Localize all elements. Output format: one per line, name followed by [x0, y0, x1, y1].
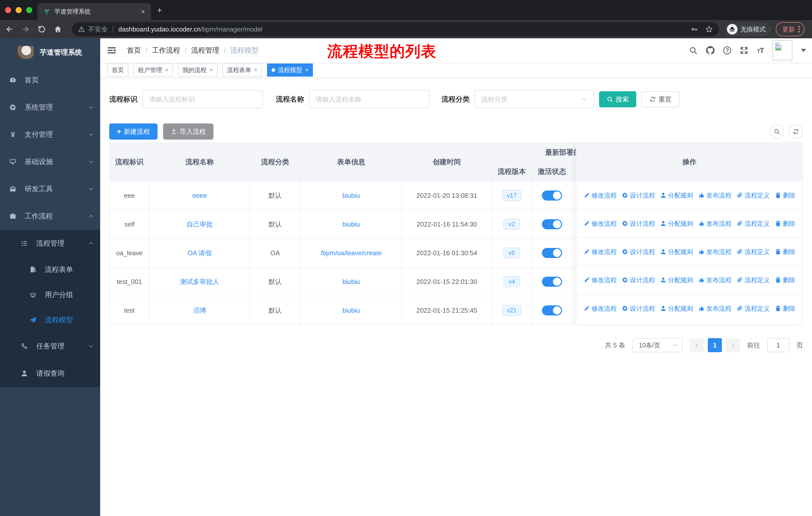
- browser-tab[interactable]: 芋道管理系统 ×: [37, 3, 151, 20]
- action-publish-thumb[interactable]: 发布流程: [698, 304, 731, 313]
- collapse-sidebar-icon[interactable]: [107, 46, 116, 54]
- user-avatar[interactable]: [772, 40, 792, 60]
- close-icon[interactable]: ×: [165, 67, 168, 73]
- active-toggle[interactable]: [542, 219, 562, 229]
- action-definition-paperclip[interactable]: 流程定义: [736, 219, 770, 228]
- close-icon[interactable]: ×: [254, 67, 258, 73]
- sidebar-item-home[interactable]: 首页: [0, 66, 100, 94]
- create-process-button[interactable]: + 新建流程: [109, 124, 157, 140]
- url-text[interactable]: dashboard.yudao.iocoder.cn/bpm/manager/m…: [118, 25, 684, 33]
- action-assign-user[interactable]: 分配规则: [660, 191, 693, 199]
- process-name-link[interactable]: OA 请假: [187, 249, 211, 257]
- action-edit[interactable]: 修改流程: [583, 248, 617, 256]
- action-assign-user[interactable]: 分配规则: [660, 248, 693, 256]
- action-publish-thumb[interactable]: 发布流程: [698, 276, 731, 284]
- process-name-input[interactable]: [309, 90, 429, 108]
- action-design-gear[interactable]: 设计流程: [622, 219, 655, 228]
- active-toggle[interactable]: [542, 305, 562, 316]
- next-page-button[interactable]: ›: [726, 338, 740, 352]
- process-name-link[interactable]: eeee: [192, 192, 207, 199]
- sidebar-item-system[interactable]: 系统管理: [0, 94, 100, 121]
- process-name-link[interactable]: 测试多审批人: [180, 277, 219, 286]
- goto-page-input[interactable]: [767, 338, 789, 352]
- home-icon[interactable]: [53, 25, 62, 34]
- action-publish-thumb[interactable]: 发布流程: [698, 248, 731, 256]
- active-toggle[interactable]: [542, 277, 562, 287]
- reset-button[interactable]: 重置: [641, 91, 679, 107]
- form-info-link[interactable]: biubiu: [342, 192, 360, 199]
- action-edit[interactable]: 修改流程: [583, 219, 617, 228]
- action-edit[interactable]: 修改流程: [583, 276, 617, 284]
- sidebar-item-user-group[interactable]: 用户分组: [0, 282, 100, 307]
- sidebar-item-process-form[interactable]: 流程表单: [0, 257, 100, 282]
- not-secure-warning-icon[interactable]: [78, 26, 85, 33]
- breadcrumb-process-management[interactable]: 流程管理: [191, 46, 220, 55]
- refresh-table-button[interactable]: [789, 125, 803, 139]
- tag-tenant[interactable]: 租户管理×: [134, 63, 173, 77]
- bookmark-star-icon[interactable]: [705, 25, 713, 33]
- action-assign-user[interactable]: 分配规则: [660, 304, 693, 313]
- action-assign-user[interactable]: 分配规则: [660, 219, 693, 228]
- tag-process-form[interactable]: 流程表单×: [223, 63, 262, 77]
- close-icon[interactable]: ×: [210, 67, 213, 73]
- import-process-button[interactable]: 导入流程: [163, 124, 213, 140]
- action-publish-thumb[interactable]: 发布流程: [698, 191, 731, 199]
- sidebar-item-task-management[interactable]: 任务管理: [0, 332, 100, 360]
- sidebar-item-infrastructure[interactable]: 基础设施: [0, 148, 100, 175]
- action-delete-trash[interactable]: 删除: [775, 248, 795, 256]
- close-icon[interactable]: ×: [305, 67, 309, 73]
- process-category-select[interactable]: 流程分类: [475, 90, 594, 108]
- action-delete-trash[interactable]: 删除: [775, 191, 795, 199]
- prev-page-button[interactable]: ‹: [690, 338, 704, 352]
- reload-icon[interactable]: [37, 25, 46, 34]
- action-delete-trash[interactable]: 删除: [775, 304, 795, 313]
- action-definition-paperclip[interactable]: 流程定义: [736, 276, 770, 284]
- breadcrumb-workflow[interactable]: 工作流程: [152, 46, 180, 55]
- action-assign-user[interactable]: 分配规则: [660, 276, 693, 284]
- page-1-button[interactable]: 1: [708, 338, 722, 352]
- action-definition-paperclip[interactable]: 流程定义: [736, 248, 770, 256]
- action-design-gear[interactable]: 设计流程: [622, 191, 655, 199]
- browser-menu-icon[interactable]: [799, 26, 800, 32]
- action-publish-thumb[interactable]: 发布流程: [698, 219, 731, 228]
- sidebar-item-dev-tools[interactable]: 研发工具: [0, 175, 100, 202]
- action-design-gear[interactable]: 设计流程: [622, 276, 655, 284]
- form-info-link[interactable]: /bpm/oa/leave/create: [321, 249, 382, 257]
- fullscreen-icon[interactable]: [740, 46, 748, 55]
- minimize-window-button[interactable]: [16, 7, 22, 13]
- sidebar-item-workflow[interactable]: 工作流程: [0, 202, 100, 230]
- form-info-link[interactable]: biubiu: [342, 278, 360, 286]
- process-name-link[interactable]: 自己审批: [186, 220, 213, 229]
- action-edit[interactable]: 修改流程: [583, 304, 617, 313]
- tag-home[interactable]: 首页: [107, 63, 128, 77]
- new-tab-button[interactable]: +: [157, 5, 162, 15]
- active-toggle[interactable]: [542, 248, 562, 258]
- key-icon[interactable]: [691, 25, 698, 33]
- search-icon[interactable]: [689, 46, 697, 55]
- action-definition-paperclip[interactable]: 流程定义: [736, 191, 770, 199]
- breadcrumb-home[interactable]: 首页: [127, 46, 141, 55]
- form-info-link[interactable]: biubiu: [342, 220, 360, 228]
- process-id-input[interactable]: [142, 90, 263, 108]
- tag-my-process[interactable]: 我的流程×: [178, 63, 218, 77]
- action-delete-trash[interactable]: 删除: [775, 219, 795, 228]
- zoom-window-button[interactable]: [26, 7, 32, 13]
- avatar-caret-icon[interactable]: [801, 49, 806, 52]
- sidebar-item-leave-query[interactable]: 请假查询: [0, 360, 100, 387]
- sidebar-item-payment[interactable]: ¥ 支付管理: [0, 121, 100, 148]
- forward-icon[interactable]: [21, 25, 30, 34]
- action-definition-paperclip[interactable]: 流程定义: [736, 304, 770, 313]
- action-design-gear[interactable]: 设计流程: [622, 248, 655, 256]
- sidebar-item-process-management[interactable]: 流程管理: [0, 230, 100, 257]
- sidebar-item-process-model[interactable]: 流程模型: [0, 307, 100, 332]
- search-button[interactable]: 搜索: [599, 91, 636, 107]
- incognito-badge[interactable]: 无痕模式: [725, 22, 771, 36]
- active-toggle[interactable]: [542, 190, 562, 200]
- action-design-gear[interactable]: 设计流程: [622, 304, 655, 313]
- show-search-button[interactable]: [770, 125, 784, 139]
- back-icon[interactable]: [5, 25, 14, 34]
- process-name-link[interactable]: 滔博: [193, 306, 206, 315]
- address-bar[interactable]: 不安全 dashboard.yudao.iocoder.cn/bpm/manag…: [72, 22, 719, 36]
- window-controls[interactable]: [5, 7, 32, 13]
- update-browser-button[interactable]: 更新: [776, 22, 805, 36]
